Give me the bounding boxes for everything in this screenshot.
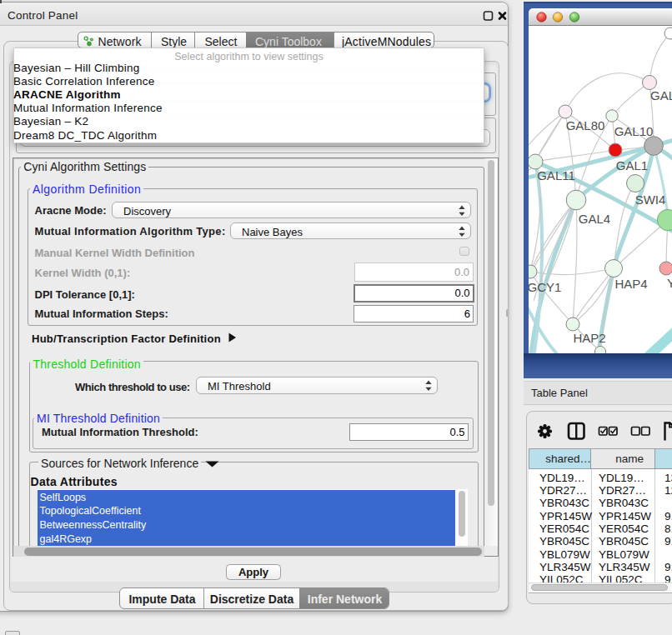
svg-text:GAL10: GAL10 <box>614 124 654 138</box>
svg-text:GAL4: GAL4 <box>579 212 610 226</box>
svg-text:HAP4: HAP4 <box>614 277 647 291</box>
svg-text:GCY1: GCY1 <box>529 280 561 294</box>
svg-text:HAP2: HAP2 <box>573 331 605 345</box>
svg-text:GAL11: GAL11 <box>537 168 575 182</box>
svg-text:GAL80: GAL80 <box>566 118 605 132</box>
svg-text:SWI4: SWI4 <box>635 192 666 207</box>
svg-text:GAL1: GAL1 <box>616 158 648 172</box>
svg-text:GAL6: GAL6 <box>650 88 672 102</box>
svg-text:Y: Y <box>667 276 672 290</box>
